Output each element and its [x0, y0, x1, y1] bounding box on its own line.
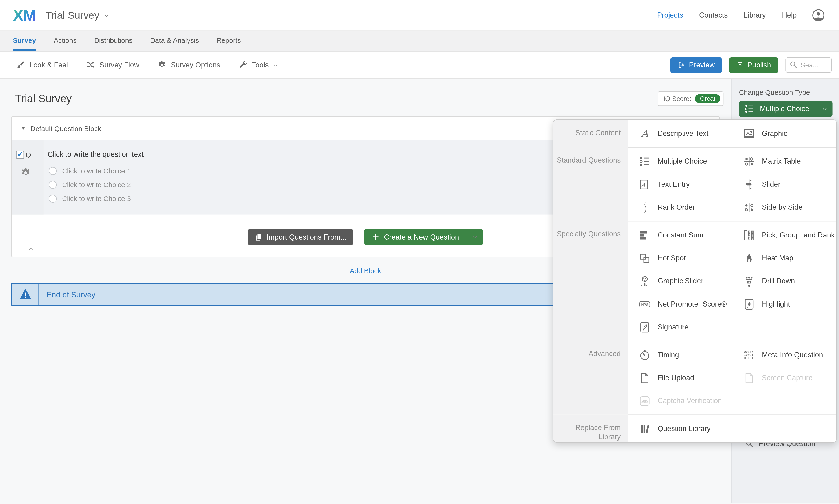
- menu-item-pick-group-and-rank[interactable]: 123231Pick, Group, and Rank: [732, 223, 836, 246]
- toolbar-right: Preview Publish: [670, 57, 832, 73]
- menu-item-question-library[interactable]: Question Library: [628, 417, 732, 440]
- tab-distributions[interactable]: Distributions: [94, 31, 132, 52]
- svg-text:NPS: NPS: [641, 303, 648, 306]
- menu-item-label: Net Promoter Score®: [658, 300, 727, 308]
- content-area: Trial Survey iQ Score: Great ▼ Default Q…: [0, 78, 839, 503]
- chevron-down-icon: [822, 106, 827, 112]
- menu-item-label: Meta Info Question: [762, 351, 823, 359]
- choice-label: Click to write Choice 1: [62, 167, 131, 175]
- question-library-icon: [639, 423, 650, 434]
- graphic-icon: [743, 127, 755, 139]
- menu-item-meta-info-question[interactable]: 001001001101101Meta Info Question: [732, 343, 836, 366]
- svg-text:3: 3: [643, 209, 646, 213]
- question-type-menu: Static ContentADescriptive TextGraphicSt…: [553, 119, 837, 443]
- menu-item-side-by-side[interactable]: Side by Side: [732, 196, 836, 219]
- search-box: [785, 57, 832, 73]
- preview-button[interactable]: Preview: [670, 57, 721, 73]
- preview-icon: [677, 61, 685, 69]
- menu-item-timing[interactable]: Timing: [628, 343, 732, 366]
- collapse-triangle-icon[interactable]: ▼: [21, 126, 25, 131]
- create-question-dropdown[interactable]: [467, 229, 483, 245]
- menu-item-heat-map[interactable]: Heat Map: [732, 247, 836, 270]
- file-upload-icon: [639, 372, 650, 384]
- highlight-icon: [743, 298, 755, 310]
- menu-item-highlight[interactable]: Highlight: [732, 292, 836, 316]
- look-and-feel-button[interactable]: Look & Feel: [16, 60, 68, 70]
- nav-item-contacts[interactable]: Contacts: [699, 11, 728, 19]
- tab-actions[interactable]: Actions: [54, 31, 76, 52]
- menu-item-multiple-choice[interactable]: Multiple Choice: [628, 150, 732, 173]
- survey-flow-button[interactable]: Survey Flow: [86, 60, 139, 70]
- menu-item-label: Captcha Verification: [658, 397, 722, 405]
- survey-options-button[interactable]: Survey Options: [158, 60, 220, 70]
- iq-score-badge: Great: [695, 94, 720, 104]
- meta-info-icon: 001001001101101: [743, 349, 755, 361]
- menu-item-label: Heat Map: [762, 254, 793, 262]
- signature-icon: [639, 321, 650, 333]
- descriptive-text-icon: A: [639, 127, 650, 139]
- nav-item-library[interactable]: Library: [744, 11, 766, 19]
- menu-section-advanced: AdvancedTiming001001001101101Meta Info Q…: [553, 341, 836, 414]
- xm-logo[interactable]: XM: [13, 7, 36, 23]
- menu-items-grid: ADescriptive TextGraphic: [628, 120, 836, 147]
- menu-item-constant-sum[interactable]: Constant Sum: [628, 223, 732, 246]
- tools-button[interactable]: Tools: [238, 60, 278, 70]
- tab-survey[interactable]: Survey: [13, 31, 36, 52]
- paintbrush-icon: [16, 60, 25, 70]
- project-title-menu[interactable]: Trial Survey: [46, 10, 109, 21]
- survey-toolbar: Look & Feel Survey Flow Survey Options T…: [0, 52, 839, 78]
- menu-section-replace-from-library: Replace From LibraryQuestion Library: [553, 414, 836, 442]
- hot-spot-icon: [639, 252, 650, 264]
- menu-item-matrix-table[interactable]: Matrix Table: [732, 150, 836, 173]
- menu-item-graphic[interactable]: Graphic: [732, 122, 836, 145]
- menu-item-descriptive-text[interactable]: ADescriptive Text: [628, 122, 732, 145]
- iq-score-chip[interactable]: iQ Score: Great: [658, 91, 724, 106]
- publish-icon: [736, 61, 744, 69]
- menu-item-screen-capture: Screen Capture: [732, 366, 836, 389]
- question-type-dropdown-button[interactable]: Multiple Choice: [739, 101, 833, 116]
- user-avatar-icon[interactable]: [811, 8, 825, 22]
- choice-label: Click to write Choice 2: [62, 180, 131, 188]
- question-gear-icon[interactable]: [20, 167, 31, 178]
- slider-icon: [743, 178, 755, 190]
- menu-item-hot-spot[interactable]: Hot Spot: [628, 247, 732, 270]
- svg-text:A: A: [641, 128, 648, 139]
- menu-item-label: Highlight: [762, 300, 790, 308]
- menu-section-label: Replace From Library: [553, 414, 628, 442]
- menu-item-label: Pick, Group, and Rank: [762, 231, 835, 239]
- menu-item-drill-down[interactable]: Drill Down: [732, 270, 836, 292]
- menu-item-slider[interactable]: Slider: [732, 173, 836, 196]
- menu-item-label: Matrix Table: [762, 157, 801, 165]
- import-questions-button[interactable]: Import Questions From...: [248, 229, 354, 245]
- menu-item-file-upload[interactable]: File Upload: [628, 366, 732, 389]
- menu-item-captcha-verification: Captcha Verification: [628, 389, 732, 412]
- menu-item-label: Drill Down: [762, 277, 795, 285]
- menu-item-text-entry[interactable]: AText Entry: [628, 173, 732, 196]
- question-checkbox[interactable]: ✓: [16, 151, 24, 159]
- menu-section-specialty-questions: Specialty QuestionsConstant Sum123231Pic…: [553, 221, 836, 341]
- publish-button[interactable]: Publish: [729, 57, 778, 73]
- menu-section-label: Advanced: [553, 341, 628, 414]
- create-question-button[interactable]: Create a New Question: [365, 229, 467, 245]
- nav-item-projects[interactable]: Projects: [657, 11, 683, 19]
- svg-text:1: 1: [751, 237, 753, 240]
- import-questions-label: Import Questions From...: [267, 233, 346, 241]
- menu-item-label: Text Entry: [658, 180, 690, 188]
- captcha-icon: [639, 395, 650, 407]
- menu-item-net-promoter-score[interactable]: NPSNet Promoter Score®: [628, 292, 732, 316]
- menu-item-label: Timing: [658, 351, 679, 359]
- menu-item-graphic-slider[interactable]: Graphic Slider: [628, 270, 732, 292]
- wrench-icon: [238, 60, 248, 70]
- matrix-table-icon: [743, 155, 755, 167]
- tab-data-analysis[interactable]: Data & Analysis: [150, 31, 199, 52]
- menu-item-signature[interactable]: Signature: [628, 316, 732, 339]
- menu-item-label: Graphic Slider: [658, 277, 703, 285]
- tab-reports[interactable]: Reports: [216, 31, 241, 52]
- tool-item-label: Survey Options: [171, 61, 220, 69]
- question-id: Q1: [26, 151, 35, 159]
- nav-item-help[interactable]: Help: [782, 11, 797, 19]
- top-header: XM Trial Survey Projects Contacts Librar…: [0, 0, 839, 31]
- collapse-block-caret-icon[interactable]: [28, 246, 35, 252]
- menu-item-label: Graphic: [762, 129, 787, 137]
- menu-item-rank-order[interactable]: 123Rank Order: [628, 196, 732, 219]
